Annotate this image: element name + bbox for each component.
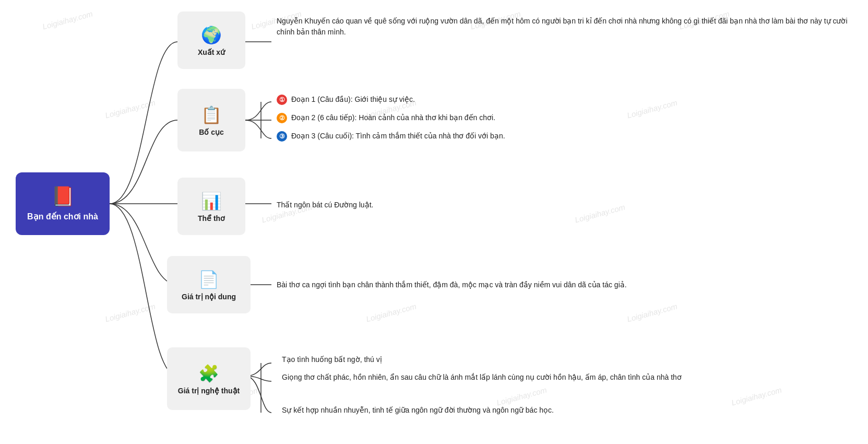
bo-cuc-item-2: ② Đoạn 2 (6 câu tiếp): Hoàn cảnh của nhà…: [277, 112, 495, 123]
gia-tri-noi-dung-label: Giá trị nội dung: [182, 293, 236, 301]
watermark: Loigiaihay.com: [41, 9, 93, 31]
bo-cuc-item-1: ① Đoạn 1 (Câu đầu): Giới thiệu sự việc.: [277, 94, 415, 105]
branch-the-tho: 📊 Thể thơ: [177, 178, 245, 235]
the-tho-label: Thể thơ: [198, 214, 225, 223]
bo-cuc-text-3: Đoạn 3 (Câu cuối): Tình cảm thắm thiết c…: [291, 131, 505, 142]
badge-2: ②: [277, 113, 287, 123]
central-label: Bạn đến chơi nhà: [27, 212, 98, 223]
bo-cuc-text-1: Đoạn 1 (Câu đầu): Giới thiệu sự việc.: [291, 94, 415, 105]
mindmap-container: Loigiaihay.com Loigiaihay.com Loigiaihay…: [0, 0, 868, 444]
document-icon: 📄: [198, 270, 219, 289]
branch-gia-tri-nghe-thuat: 🧩 Giá trị nghệ thuật: [167, 347, 251, 410]
checklist-icon: 📋: [201, 105, 222, 125]
watermark: Loigiaihay.com: [626, 98, 678, 120]
globe-icon: 🌍: [201, 25, 222, 45]
book-icon: 📕: [51, 185, 75, 207]
branch-gia-tri-noi-dung: 📄 Giá trị nội dung: [167, 256, 251, 313]
watermark: Loigiaihay.com: [626, 301, 678, 323]
puzzle-icon: 🧩: [198, 364, 219, 383]
watermark: Loigiaihay.com: [574, 202, 626, 224]
watermark: Loigiaihay.com: [365, 301, 417, 323]
badge-3: ③: [277, 131, 287, 142]
watermark: Loigiaihay.com: [104, 98, 156, 120]
gia-tri-nghe-thuat-item-2: Giọng thơ chất phác, hồn nhiên, ẩn sau c…: [282, 372, 682, 383]
watermark: Loigiaihay.com: [730, 385, 782, 407]
bo-cuc-label: Bố cục: [199, 128, 224, 136]
gia-tri-noi-dung-content: Bài thơ ca ngợi tình bạn chân thành thắm…: [277, 279, 627, 290]
branch-xuat-xu: 🌍 Xuất xứ: [177, 11, 245, 69]
branch-bo-cuc: 📋 Bố cục: [177, 89, 245, 151]
central-node: 📕 Bạn đến chơi nhà: [16, 172, 110, 235]
gia-tri-nghe-thuat-item-1: Tạo tình huống bất ngờ, thú vị: [282, 354, 382, 365]
watermark: Loigiaihay.com: [104, 301, 156, 323]
bo-cuc-text-2: Đoạn 2 (6 câu tiếp): Hoàn cảnh của nhà t…: [291, 112, 495, 123]
bo-cuc-item-3: ③ Đoạn 3 (Câu cuối): Tình cảm thắm thiết…: [277, 131, 505, 142]
watermark: Loigiaihay.com: [495, 385, 548, 407]
badge-1: ①: [277, 95, 287, 105]
xuat-xu-content: Nguyễn Khuyến cáo quan về quê sống với r…: [277, 16, 851, 38]
the-tho-content: Thất ngôn bát cú Đường luật.: [277, 200, 373, 211]
gia-tri-nghe-thuat-label: Giá trị nghệ thuật: [178, 387, 240, 395]
chart-icon: 📊: [201, 191, 222, 211]
xuat-xu-label: Xuất xứ: [198, 48, 225, 56]
gia-tri-nghe-thuat-item-3: Sự kết hợp nhuần nhuyễn, tinh tế giữa ng…: [282, 405, 554, 416]
